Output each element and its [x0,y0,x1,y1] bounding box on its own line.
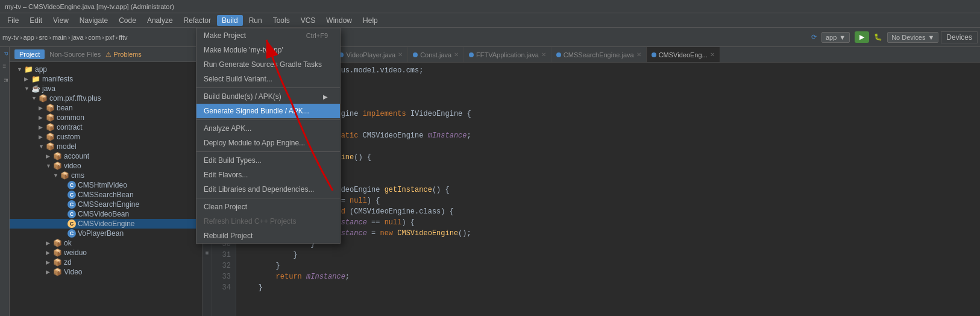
breadcrumb: my-tv › app › src › main › java › com › … [2,34,128,41]
menu-run-generate[interactable]: Run Generate Sources Gradle Tasks [196,57,340,72]
tab-cmsvideoengine[interactable]: CMSVideoEng... ✕ [647,47,720,63]
menu-edit-flavors[interactable]: Edit Flavors... [196,168,340,182]
menu-refresh-linked: Refresh Linked C++ Projects [196,214,340,229]
breadcrumb-com[interactable]: com [88,34,101,41]
close-videoplayer[interactable]: ✕ [398,51,403,58]
sidebar-resource-icon[interactable]: R [1,76,9,84]
tab-videoplayer[interactable]: VideoPlayer.java ✕ [334,47,408,63]
panel-header: Project Non-Source Files ⚠ Problems [10,47,202,62]
close-cmsvideo[interactable]: ✕ [710,51,715,58]
close-cmssearch[interactable]: ✕ [636,51,641,58]
tab-cmssearchengine[interactable]: CMSSearchEngine.java ✕ [551,47,647,63]
tree-cms[interactable]: ▼ 📦 cms [10,171,202,180]
tree-area: ▼ 📁 app ▶ 📁 manifests ▼ ☕ java ▼ [10,62,202,316]
module-name: app [826,34,837,41]
menu-clean-project[interactable]: Clean Project [196,200,340,214]
panel-tab-nonsource[interactable]: Non-Source Files [49,51,101,58]
menu-refactor[interactable]: Refactor [179,15,216,26]
close-fftvapp[interactable]: ✕ [541,51,546,58]
toolbar-right: ⟳ app ▼ ▶ 🐛 No Devices ▼ Devices [809,31,978,43]
menu-make-module[interactable]: Make Module 'my-tv.app' [196,43,340,57]
tree-weiduo[interactable]: ▶ 📦 weiduo [10,248,202,258]
menu-make-project[interactable]: Make Project Ctrl+F9 [196,28,340,43]
project-panel: Project Non-Source Files ⚠ Problems ▼ 📁 … [10,47,203,316]
tree-voplayerbean[interactable]: ▶ C VoPlayerBean [10,229,202,238]
menu-edit-build-types[interactable]: Edit Build Types... [196,153,340,168]
main-area: P ≡ R Project Non-Source Files ⚠ Problem… [0,47,980,316]
tree-java[interactable]: ▼ ☕ java [10,84,202,93]
sep3 [196,151,340,152]
module-selector-arrow: ▼ [839,34,846,41]
menu-build[interactable]: Build [217,15,243,26]
tree-bean[interactable]: ▶ 📦 bean [10,103,202,113]
menu-run[interactable]: Run [244,15,267,26]
tab-dot-fftvapp [469,52,474,57]
tab-dot-cmsvideo [652,52,656,57]
panel-tab-problems[interactable]: ⚠ Problems [105,51,142,58]
breadcrumb-main[interactable]: main [52,34,67,41]
tree-manifests[interactable]: ▶ 📁 manifests [10,74,202,84]
class-icon-videobean: C [68,210,76,218]
menu-build-bundle[interactable]: Build Bundle(s) / APK(s) ▶ [196,89,340,104]
tree-common[interactable]: ▶ 📦 common [10,113,202,122]
tree-cmssearchbean[interactable]: ▶ C CMSSearchBean [10,190,202,200]
tree-custom[interactable]: ▶ 📦 custom [10,132,202,142]
device-arrow: ▼ [928,34,934,41]
tree-cmssearchengine[interactable]: ▶ C CMSSearchEngine [10,200,202,209]
build-dropdown: Make Project Ctrl+F9 Make Module 'my-tv.… [196,28,341,244]
breadcrumb-mytv[interactable]: my-tv [2,34,19,41]
tree-zd[interactable]: ▶ 📦 zd [10,258,202,267]
toolbar: my-tv › app › src › main › java › com › … [0,28,980,47]
menu-help[interactable]: Help [358,15,383,26]
tree-app[interactable]: ▼ 📁 app [10,65,202,74]
breadcrumb-pxf[interactable]: pxf [105,34,115,41]
tree-ok[interactable]: ▶ 📦 ok [10,238,202,248]
menu-select-variant[interactable]: Select Build Variant... [196,72,340,86]
tree-video[interactable]: ▼ 📦 video [10,161,202,171]
breadcrumb-app[interactable]: app [24,34,34,41]
sync-button[interactable]: ⟳ [809,32,819,42]
devices-label: Devices [946,33,972,42]
panel-tab-project[interactable]: Project [14,49,45,59]
menu-edit-libraries[interactable]: Edit Libraries and Dependencies... [196,182,340,197]
breadcrumb-java[interactable]: java [71,34,83,41]
menu-analyze[interactable]: Analyze [142,15,178,26]
menu-analyze-apk[interactable]: Analyze APK... [196,121,340,136]
menu-vcs[interactable]: VCS [296,15,321,26]
devices-panel-tab[interactable]: Devices [941,31,978,43]
menu-view[interactable]: View [48,15,74,26]
module-selector[interactable]: app ▼ [821,32,850,43]
menu-tools[interactable]: Tools [268,15,295,26]
menu-code[interactable]: Code [114,15,141,26]
tree-model[interactable]: ▼ 📦 model [10,142,202,151]
debug-button[interactable]: 🐛 [872,32,885,42]
tree-contract[interactable]: ▶ 📦 contract [10,122,202,132]
menu-file[interactable]: File [2,15,24,26]
tree-video2[interactable]: ▶ 📦 Video [10,267,202,277]
tree-cmsvideoengine[interactable]: ▶ C CMSVideoEngine [10,219,202,229]
class-icon-voplayerbean: C [68,229,76,238]
device-selector[interactable]: No Devices ▼ [887,32,938,43]
sep1 [196,87,340,88]
tree-cmsvideobean[interactable]: ▶ C CMSVideoBean [10,209,202,219]
breadcrumb-src[interactable]: src [39,34,48,41]
tab-const[interactable]: Const.java ✕ [408,47,464,63]
code-content[interactable]: package com.pxf.fftv.plus.model.video.cm… [236,63,980,316]
tree-package[interactable]: ▼ 📦 com.pxf.fftv.plus [10,93,202,103]
menu-edit[interactable]: Edit [25,15,47,26]
menu-generate-signed[interactable]: Generate Signed Bundle / APK... [196,104,340,118]
tree-cmshtmlvideo[interactable]: ▶ C CMSHtmlVideo [10,180,202,190]
tab-fftvapp[interactable]: FFTVApplication.java ✕ [464,47,551,63]
menu-deploy-module[interactable]: Deploy Module to App Engine... [196,136,340,150]
tree-account[interactable]: ▶ 📦 account [10,151,202,161]
class-icon-videoengine: C [68,220,76,228]
run-button[interactable]: ▶ [855,31,869,43]
menu-window[interactable]: Window [321,15,357,26]
tab-dot-const [413,52,418,57]
sidebar-structure-icon[interactable]: ≡ [1,63,9,71]
breadcrumb-fftv[interactable]: fftv [119,34,127,41]
menu-rebuild-project[interactable]: Rebuild Project [196,229,340,243]
menu-navigate[interactable]: Navigate [75,15,113,26]
sidebar-project-icon[interactable]: P [1,49,9,58]
close-const[interactable]: ✕ [454,51,459,58]
